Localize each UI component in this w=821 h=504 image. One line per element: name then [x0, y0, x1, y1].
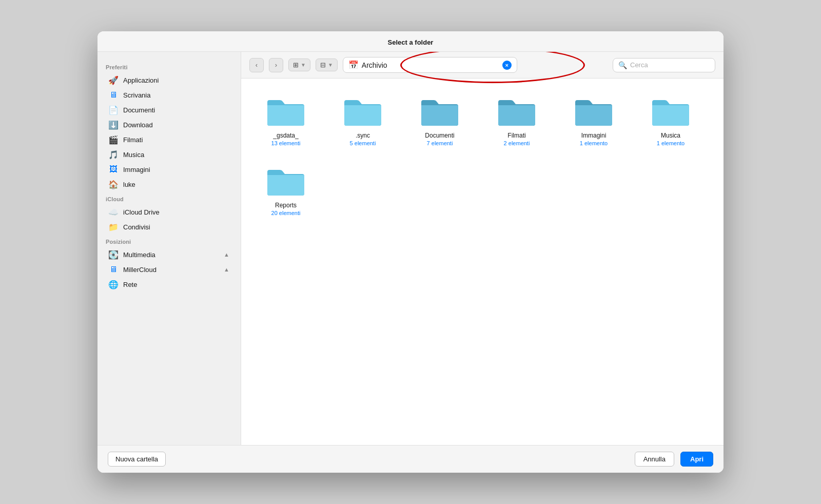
sidebar-item-download[interactable]: ⬇️ Download [101, 118, 238, 132]
sidebar-item-icloud-drive[interactable]: ☁️ iCloud Drive [101, 205, 238, 219]
folder-filmati[interactable]: Filmati 2 elementi [488, 91, 545, 150]
download-icon: ⬇️ [109, 120, 118, 129]
folder-musica[interactable]: Musica 1 elemento [642, 91, 699, 150]
folder-icon-gsdata [265, 95, 306, 128]
sidebar-label-immagini: Immagini [123, 166, 150, 173]
folder-count-sync: 5 elementi [350, 140, 376, 146]
sidebar-label-download: Download [123, 121, 153, 129]
sidebar: Preferiti 🚀 Applicazioni 🖥 Scrivania 📄 D… [97, 52, 241, 445]
network-icon: 🌐 [109, 280, 118, 289]
back-button[interactable]: ‹ [249, 58, 264, 72]
location-folder-icon: 📅 [348, 60, 359, 70]
folder-gsdata[interactable]: _gsdata_ 13 elementi [258, 91, 314, 150]
folder-count-documenti: 7 elementi [427, 140, 453, 146]
cancel-button[interactable]: Annulla [635, 452, 674, 467]
sidebar-item-musica[interactable]: 🎵 Musica [101, 147, 238, 162]
document-icon: 📄 [109, 105, 118, 114]
cloud-icon: ☁️ [109, 207, 118, 217]
sidebar-label-multimedia: Multimedia [123, 251, 155, 259]
folder-count-filmati: 2 elementi [504, 140, 530, 146]
forward-button[interactable]: › [269, 58, 283, 72]
new-folder-button[interactable]: Nuova cartella [108, 452, 166, 467]
main-content: ‹ › ⊞ ▼ ⊟ ▼ 📅 Archivio × [241, 52, 724, 445]
folder-name-gsdata: _gsdata_ [273, 132, 298, 139]
dialog-footer: Nuova cartella Annulla Apri [97, 445, 724, 473]
file-picker-dialog: Select a folder Preferiti 🚀 Applicazioni… [97, 31, 724, 473]
folder-reports[interactable]: Reports 20 elementi [258, 161, 314, 220]
sidebar-item-immagini[interactable]: 🖼 Immagini [101, 162, 238, 177]
sidebar-section-preferiti: Preferiti [97, 60, 241, 72]
sidebar-label-scrivania: Scrivania [123, 91, 150, 99]
folder-count-musica: 1 elemento [657, 140, 685, 146]
grid-view-icon: ⊞ [293, 61, 299, 69]
eject-multimedia-icon[interactable]: ▲ [224, 251, 229, 258]
folder-name-documenti: Documenti [425, 132, 454, 139]
desktop-icon: 🖥 [109, 90, 118, 100]
sidebar-label-millercloud: MillerCloud [123, 266, 157, 274]
folder-icon-sync [342, 95, 383, 128]
shared-folder-icon: 📁 [109, 222, 118, 231]
folder-icon-documenti [419, 95, 460, 128]
sidebar-item-multimedia[interactable]: 💽 Multimedia ▲ [101, 247, 238, 262]
sidebar-label-rete: Rete [123, 281, 137, 288]
sidebar-label-filmati: Filmati [123, 136, 143, 144]
sidebar-label-musica: Musica [123, 151, 144, 159]
eject-millercloud-icon[interactable]: ▲ [224, 266, 229, 273]
files-grid: _gsdata_ 13 elementi .sync 5 elementi [258, 91, 707, 220]
sidebar-label-documenti: Documenti [123, 106, 155, 114]
files-area: _gsdata_ 13 elementi .sync 5 elementi [241, 79, 724, 445]
folder-count-gsdata: 13 elementi [271, 140, 301, 146]
columns-view-icon: ⊟ [320, 61, 326, 69]
grid-view-chevron: ▼ [301, 62, 306, 68]
folder-name-reports: Reports [275, 202, 297, 209]
toolbar: ‹ › ⊞ ▼ ⊟ ▼ 📅 Archivio × [241, 52, 724, 79]
sidebar-item-millercloud[interactable]: 🖥 MillerCloud ▲ [101, 262, 238, 277]
folder-count-immagini: 1 elemento [580, 140, 608, 146]
sidebar-label-condivisi: Condivisi [123, 223, 150, 231]
folder-name-musica: Musica [661, 132, 680, 139]
folder-icon-reports [265, 165, 306, 198]
sidebar-item-condivisi[interactable]: 📁 Condivisi [101, 220, 238, 234]
sidebar-item-filmati[interactable]: 🎬 Filmati [101, 132, 238, 147]
columns-view-chevron: ▼ [328, 62, 333, 68]
search-placeholder-text: Cerca [630, 61, 648, 69]
folder-name-immagini: Immagini [581, 132, 607, 139]
sidebar-item-documenti[interactable]: 📄 Documenti [101, 103, 238, 117]
folder-icon-musica [650, 95, 691, 128]
open-button[interactable]: Apri [680, 452, 713, 467]
folder-name-filmati: Filmati [507, 132, 525, 139]
location-clear-button[interactable]: × [502, 61, 512, 70]
image-icon: 🖼 [109, 165, 118, 174]
columns-view-button[interactable]: ⊟ ▼ [316, 59, 338, 71]
folder-name-sync: .sync [356, 132, 370, 139]
sidebar-item-rete[interactable]: 🌐 Rete [101, 277, 238, 292]
sidebar-section-icloud: iCloud [97, 192, 241, 204]
music-icon: 🎵 [109, 150, 118, 159]
folder-sync[interactable]: .sync 5 elementi [335, 91, 391, 150]
folder-count-reports: 20 elementi [271, 210, 301, 216]
location-bar[interactable]: 📅 Archivio × [343, 57, 517, 73]
folder-documenti[interactable]: Documenti 7 elementi [412, 91, 468, 150]
sidebar-label-applicazioni: Applicazioni [123, 76, 159, 84]
dialog-body: Preferiti 🚀 Applicazioni 🖥 Scrivania 📄 D… [97, 52, 724, 445]
drive-icon: 💽 [109, 250, 118, 259]
home-icon: 🏠 [109, 180, 118, 189]
film-icon: 🎬 [109, 135, 118, 144]
sidebar-label-icloud-drive: iCloud Drive [123, 208, 160, 216]
sidebar-section-posizioni: Posizioni [97, 235, 241, 247]
sidebar-label-luke: luke [123, 181, 135, 188]
folder-icon-immagini [573, 95, 614, 128]
search-bar: 🔍 Cerca [613, 58, 715, 72]
folder-immagini[interactable]: Immagini 1 elemento [565, 91, 622, 150]
grid-view-button[interactable]: ⊞ ▼ [288, 59, 310, 71]
sidebar-item-applicazioni[interactable]: 🚀 Applicazioni [101, 73, 238, 87]
sidebar-item-luke[interactable]: 🏠 luke [101, 177, 238, 191]
rocket-icon: 🚀 [109, 75, 118, 85]
location-text: Archivio [362, 61, 499, 69]
sidebar-item-scrivania[interactable]: 🖥 Scrivania [101, 88, 238, 102]
search-icon: 🔍 [618, 61, 627, 69]
dialog-title: Select a folder [97, 31, 724, 52]
folder-icon-filmati [496, 95, 537, 128]
monitor-icon: 🖥 [109, 265, 118, 274]
